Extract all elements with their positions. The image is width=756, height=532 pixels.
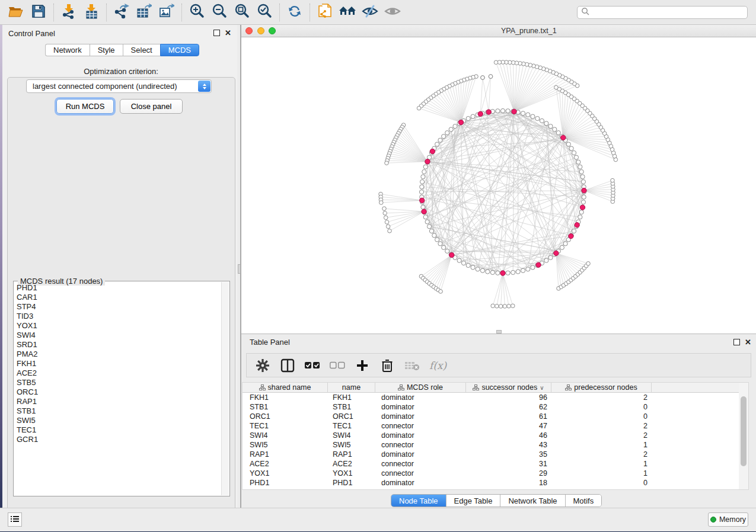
zoom-out-button[interactable] xyxy=(208,2,231,23)
zoom-selected-button[interactable] xyxy=(253,2,276,23)
tab-select[interactable]: Select xyxy=(123,44,160,56)
tab-node-table[interactable]: Node Table xyxy=(391,495,446,507)
network-window-titlebar[interactable]: YPA_prune.txt_1 xyxy=(241,25,756,37)
tab-edge-table[interactable]: Edge Table xyxy=(446,495,501,507)
list-item[interactable]: TEC1 xyxy=(14,425,221,435)
task-history-button[interactable] xyxy=(8,512,22,527)
table-row[interactable]: RAP1RAP1dominator352 xyxy=(243,450,748,459)
mcds-hub-node xyxy=(478,111,483,116)
list-item[interactable]: STB1 xyxy=(14,406,221,416)
table-row[interactable]: STB1STB1dominator620 xyxy=(243,402,748,412)
cell: connector xyxy=(375,469,466,477)
zoom-selected-icon xyxy=(257,4,272,21)
list-item[interactable]: ORC1 xyxy=(14,387,221,397)
tab-mcds[interactable]: MCDS xyxy=(160,44,199,56)
table-row[interactable]: ACE2ACE2connector311 xyxy=(243,459,748,469)
save-session-button[interactable] xyxy=(27,2,50,23)
list-item[interactable]: RAP1 xyxy=(14,397,221,406)
list-item[interactable]: SWI4 xyxy=(14,331,221,340)
minimize-traffic-light[interactable] xyxy=(257,27,264,34)
toolbar-separator xyxy=(181,4,182,21)
tab-network[interactable]: Network xyxy=(45,44,90,56)
float-table-panel-icon[interactable] xyxy=(733,339,740,345)
close-panel-icon[interactable]: ✕ xyxy=(225,30,231,36)
table-row[interactable]: TEC1TEC1connector472 xyxy=(243,421,748,431)
network-graph[interactable] xyxy=(241,37,756,334)
show-details-button[interactable] xyxy=(381,2,404,23)
import-table-button[interactable] xyxy=(80,2,103,23)
vertical-splitter-handle[interactable] xyxy=(238,264,241,274)
hide-details-button[interactable] xyxy=(359,2,381,23)
global-search-field[interactable] xyxy=(577,6,748,19)
column-header[interactable]: predecessor nodes xyxy=(551,383,652,393)
zoom-traffic-light[interactable] xyxy=(269,27,276,34)
cell: 96 xyxy=(466,393,551,402)
table-row[interactable]: PHD1PHD1dominator180 xyxy=(243,478,748,488)
column-header[interactable]: shared name xyxy=(243,383,328,393)
close-table-panel-icon[interactable]: ✕ xyxy=(745,339,751,345)
list-item[interactable]: FKH1 xyxy=(14,359,221,368)
list-item[interactable]: STB5 xyxy=(14,378,221,387)
mcds-result-scrollbar[interactable] xyxy=(221,282,229,495)
delete-table-icon[interactable] xyxy=(404,358,420,373)
export-network-button[interactable] xyxy=(110,2,133,23)
network-canvas[interactable] xyxy=(241,37,756,334)
delete-row-trash-icon[interactable] xyxy=(379,358,395,373)
mcds-result-list[interactable]: PHD1CAR1STP4TID3YOX1SWI4SRD1PMA2FKH1ACE2… xyxy=(14,283,221,494)
list-item[interactable]: PHD1 xyxy=(14,283,221,293)
table-row[interactable]: YOX1YOX1connector291 xyxy=(243,469,748,478)
close-traffic-light[interactable] xyxy=(245,27,253,34)
export-image-button[interactable] xyxy=(155,2,178,23)
home-button[interactable] xyxy=(336,2,359,23)
criterion-dropdown[interactable]: largest connected component (undirected) xyxy=(26,79,212,93)
column-header[interactable]: MCDS role xyxy=(375,383,466,393)
function-builder-icon[interactable]: f(x) xyxy=(429,360,446,371)
node-table-header: shared namenameMCDS rolesuccessor nodes∨… xyxy=(243,383,748,393)
close-panel-button[interactable]: Close panel xyxy=(120,99,183,114)
export-table-button[interactable] xyxy=(133,2,155,23)
list-icon xyxy=(11,514,19,525)
select-all-checks-icon[interactable] xyxy=(305,358,320,373)
column-header[interactable]: name xyxy=(328,383,375,393)
cell: FKH1 xyxy=(328,393,375,402)
table-row[interactable]: SWI4SWI4dominator462 xyxy=(243,431,748,440)
import-network-button[interactable] xyxy=(58,2,80,23)
refresh-icon xyxy=(287,4,302,21)
list-item[interactable]: SRD1 xyxy=(14,340,221,350)
run-mcds-button[interactable]: Run MCDS xyxy=(56,99,114,114)
deselect-all-checks-icon[interactable] xyxy=(330,358,345,373)
list-item[interactable]: STP4 xyxy=(14,302,221,312)
list-item[interactable]: PMA2 xyxy=(14,350,221,359)
eye-slash-icon xyxy=(362,4,378,21)
cell: RAP1 xyxy=(328,450,375,459)
search-input[interactable] xyxy=(590,8,744,17)
show-columns-icon[interactable] xyxy=(280,358,295,373)
tab-motifs[interactable]: Motifs xyxy=(566,495,602,507)
cell: dominator xyxy=(375,412,466,421)
list-item[interactable]: SWI5 xyxy=(14,416,221,425)
column-header[interactable]: successor nodes∨ xyxy=(466,383,551,393)
table-scrollbar-thumb[interactable] xyxy=(741,396,747,466)
cell: 2 xyxy=(551,431,652,440)
list-item[interactable]: ACE2 xyxy=(14,368,221,378)
list-item[interactable]: TID3 xyxy=(14,312,221,321)
add-row-icon[interactable] xyxy=(355,358,370,373)
table-options-gear-icon[interactable] xyxy=(255,358,270,373)
table-row[interactable]: SWI5SWI5connector431 xyxy=(243,440,748,450)
network-window-title: YPA_prune.txt_1 xyxy=(501,27,557,35)
clone-network-button[interactable] xyxy=(314,2,336,23)
list-item[interactable]: YOX1 xyxy=(14,321,221,331)
zoom-fit-button[interactable] xyxy=(231,2,253,23)
open-session-button[interactable] xyxy=(5,2,27,23)
tab-network-table[interactable]: Network Table xyxy=(500,495,565,507)
table-row[interactable]: ORC1ORC1dominator610 xyxy=(243,412,748,421)
tab-style[interactable]: Style xyxy=(90,44,123,56)
table-row[interactable]: FKH1FKH1dominator962 xyxy=(243,393,748,402)
memory-button[interactable]: Memory xyxy=(708,512,748,527)
float-panel-icon[interactable] xyxy=(213,30,220,36)
list-item[interactable]: GCR1 xyxy=(14,435,221,444)
list-item[interactable]: CAR1 xyxy=(14,293,221,302)
zoom-in-button[interactable] xyxy=(186,2,208,23)
tree-hierarchy-icon xyxy=(259,384,266,390)
refresh-layout-button[interactable] xyxy=(283,2,306,23)
